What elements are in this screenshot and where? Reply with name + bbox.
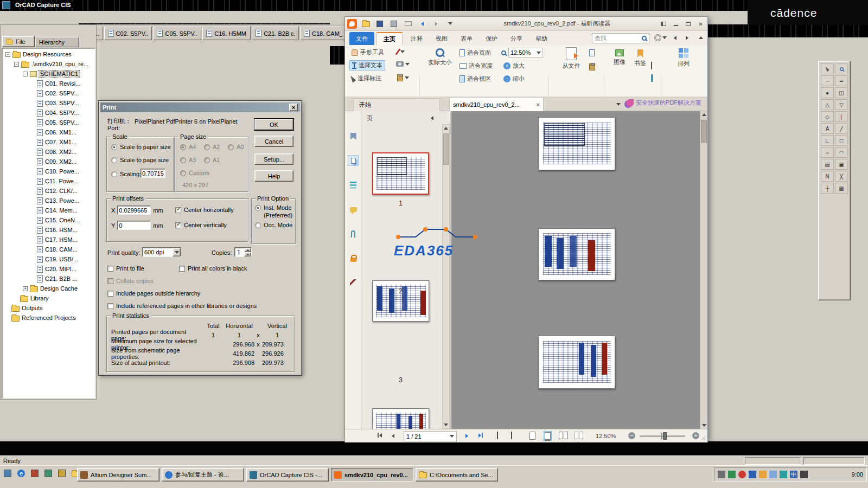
insert-audio-button[interactable]	[651, 62, 652, 69]
previous-page-button[interactable]	[392, 434, 394, 438]
tree-item-page[interactable]: C15. OneN...	[2, 215, 95, 225]
comments-panel-icon[interactable]	[348, 204, 359, 215]
orcad-titlebar[interactable]: OrCAD Capture CIS	[0, 0, 868, 11]
port-tool-button[interactable]: ◇	[821, 111, 834, 122]
tray-input-method-icon[interactable]: 中	[790, 471, 797, 478]
zoom-in-button[interactable]: +	[692, 432, 699, 439]
save-icon[interactable]	[374, 18, 385, 29]
taskbar-button-foxit[interactable]: smdkv210_cpu_rev0...	[331, 468, 413, 481]
quicklaunch-browser-icon[interactable]: e	[16, 468, 27, 479]
center-horizontally-checkbox[interactable]: Center horizontally	[175, 207, 234, 213]
a0-radio[interactable]: A0	[228, 144, 244, 150]
create-from-clipboard-button[interactable]	[589, 63, 595, 70]
block-tool-button[interactable]: ▣	[835, 159, 848, 170]
previous-view-icon[interactable]	[674, 36, 676, 40]
zoom-slider-thumb[interactable]	[663, 432, 667, 440]
a2-radio[interactable]: A2	[204, 144, 220, 150]
tab-list-arrow-icon[interactable]	[616, 103, 621, 106]
document-page[interactable]	[538, 228, 615, 280]
taskbar-button-browser[interactable]: 参与/回复主题 - 谁...	[162, 468, 244, 481]
scrollbar-thumb[interactable]	[443, 133, 449, 165]
scroll-up-icon[interactable]	[702, 113, 706, 116]
tree-item-page[interactable]: C10. Powe...	[2, 166, 95, 176]
tree-item-page[interactable]: C05. S5PV...	[2, 118, 95, 127]
setup-button[interactable]: Setup...	[254, 153, 293, 165]
zoom-level-control[interactable]: 12.50%	[501, 48, 543, 57]
zoom-out-button[interactable]: −缩小	[501, 74, 527, 84]
tree-item-page[interactable]: C01. Revisi...	[2, 79, 95, 88]
a4-radio[interactable]: A4	[180, 144, 196, 150]
tab-comment[interactable]: 注释	[405, 32, 429, 45]
scroll-up-icon[interactable]	[444, 127, 448, 130]
ok-button[interactable]: OK	[254, 119, 293, 130]
tab-home[interactable]: 主页	[376, 32, 403, 45]
tray-printer-icon[interactable]	[718, 471, 725, 478]
actual-size-button[interactable]: 实际大小	[425, 48, 455, 67]
wire-tool-button[interactable]: ─	[821, 75, 834, 86]
tree-item-page[interactable]: C03. S5PV...	[2, 98, 95, 108]
tray-antivirus-icon[interactable]	[728, 471, 736, 478]
annotate-pen-button[interactable]	[397, 48, 405, 55]
collapse-icon[interactable]: -	[23, 72, 28, 76]
power-tool-button[interactable]: △	[821, 99, 834, 110]
offset-x-input[interactable]: 0.0299665	[117, 206, 151, 215]
tree-item-page[interactable]: C21. B2B ...	[2, 274, 95, 284]
dropdown-button[interactable]	[173, 248, 181, 256]
tray-update-icon[interactable]	[738, 471, 746, 478]
all-colors-black-checkbox[interactable]: Print all colors in black	[179, 265, 247, 272]
select-text-button[interactable]: 选择文本	[349, 60, 385, 70]
tree-item-page[interactable]: C14. Mem...	[2, 206, 95, 215]
tab-file[interactable]: 文件	[349, 32, 374, 45]
snapshot-button[interactable]	[497, 432, 498, 439]
insert-bookmark-button[interactable]: 书签	[630, 49, 650, 67]
resize-grip[interactable]	[702, 437, 705, 440]
tab-schematic-page[interactable]: C02. S5PV...	[104, 27, 152, 40]
select-annotation-button[interactable]: 选择标注	[349, 74, 384, 83]
collate-copies-checkbox[interactable]: Collate copies	[107, 278, 154, 284]
undo-icon[interactable]	[417, 18, 427, 29]
taskbar-button-orcad[interactable]: OrCAD Capture CIS -...	[246, 468, 329, 481]
tree-item-page[interactable]: C18. CAM...	[2, 245, 95, 254]
a1-radio[interactable]: A1	[204, 157, 220, 163]
bookmarks-panel-icon[interactable]	[348, 131, 359, 142]
picture-tool-button[interactable]: ▤	[821, 159, 834, 170]
redo-icon[interactable]	[431, 18, 442, 29]
zoom-tool-button[interactable]	[835, 63, 848, 74]
pages-panel-icon[interactable]	[348, 155, 359, 166]
tree-item-library[interactable]: Library	[2, 293, 95, 303]
tree-item-page[interactable]: C13. Powe...	[2, 196, 95, 206]
netalias-tool-button[interactable]: N	[821, 171, 834, 182]
text-tool-button[interactable]: A	[821, 123, 834, 134]
print-quality-dropdown[interactable]: 600 dpi	[142, 247, 181, 257]
tree-item-outputs[interactable]: Outputs	[2, 303, 95, 313]
tab-file[interactable]: File	[2, 36, 35, 47]
tree-item-design-resources[interactable]: -Design Resources	[2, 49, 95, 59]
insert-attachment-button[interactable]	[651, 75, 653, 82]
tab-protect[interactable]: 保护	[480, 32, 503, 45]
cancel-button[interactable]: Cancel	[254, 136, 293, 147]
zoom-combobox[interactable]: 12.50%	[508, 48, 543, 57]
foxit-titlebar[interactable]: smdkv210_cpu_rev0_2.pdf - 福昕阅读器 ×	[345, 17, 707, 31]
next-view-icon[interactable]	[686, 36, 688, 40]
collapse-panel-icon[interactable]	[431, 116, 433, 120]
minimize-button[interactable]	[671, 20, 680, 28]
line-tool-button[interactable]: ╱	[835, 123, 848, 134]
arrange-button[interactable]: 排列	[669, 48, 698, 68]
fit-visible-button[interactable]: 适合视区	[457, 74, 493, 84]
tray-volume-icon[interactable]	[780, 471, 787, 478]
bus-tool-button[interactable]: ━	[835, 75, 848, 86]
tree-item-page[interactable]: C20. MIPI...	[2, 264, 95, 274]
grid-tool-button[interactable]: ▦	[835, 183, 848, 194]
email-icon[interactable]	[403, 18, 413, 29]
thumbnail-scrollbar[interactable]	[442, 124, 450, 429]
reading-mode-button[interactable]	[659, 20, 668, 28]
tab-start[interactable]: 开始	[353, 98, 440, 111]
tab-help[interactable]: 帮助	[529, 32, 553, 45]
clipboard-view-button[interactable]	[511, 432, 512, 439]
spin-up-button[interactable]	[244, 248, 251, 252]
tree-item-page[interactable]: C11. Powe...	[2, 176, 95, 186]
security-panel-icon[interactable]	[348, 253, 359, 264]
tab-view[interactable]: 视图	[430, 32, 454, 45]
tree-item-page[interactable]: C02. S5PV...	[2, 88, 95, 98]
hand-tool-button[interactable]: 手形工具	[349, 48, 386, 57]
